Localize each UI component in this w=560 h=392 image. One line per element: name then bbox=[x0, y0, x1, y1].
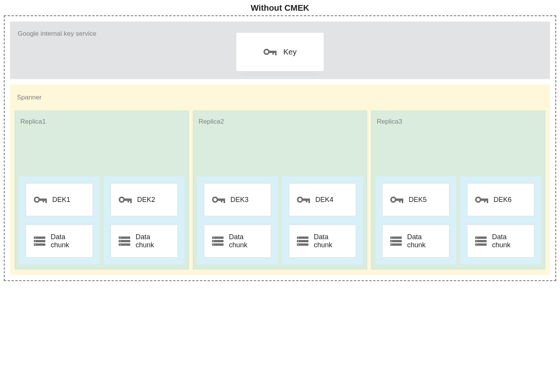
dek-label: DEK2 bbox=[137, 196, 155, 204]
data-chunk-label: Data chunk bbox=[136, 233, 170, 249]
chunk-row: DEK3 Data chunk DEK4 bbox=[197, 176, 363, 265]
key-card-stack-line bbox=[244, 75, 316, 75]
dek-card: DEK5 bbox=[382, 183, 449, 216]
dek-card: DEK1 bbox=[26, 183, 93, 216]
dek-label: DEK5 bbox=[409, 196, 427, 204]
dek-label: DEK6 bbox=[494, 196, 512, 204]
diagram-outer-box: Google internal key service Key Spanner bbox=[4, 15, 556, 281]
chunk-column: DEK4 Data chunk bbox=[282, 176, 363, 265]
spanner-label: Spanner bbox=[15, 92, 545, 111]
key-icon bbox=[390, 196, 403, 203]
key-card-wrap: Key bbox=[17, 32, 543, 75]
key-icon bbox=[297, 196, 310, 203]
key-card-stack-line bbox=[240, 73, 320, 73]
storage-icon bbox=[212, 237, 224, 246]
dek-label: DEK4 bbox=[315, 196, 333, 204]
dek-card: DEK4 bbox=[289, 183, 356, 216]
chunk-column: DEK6 Data chunk bbox=[460, 176, 541, 265]
diagram-root: Without CMEK Google internal key service… bbox=[0, 0, 560, 281]
replica-box: Replica1 DEK1 Data chunk bbox=[15, 111, 189, 270]
storage-icon bbox=[297, 237, 308, 246]
storage-icon bbox=[390, 237, 402, 246]
data-chunk-label: Data chunk bbox=[407, 233, 441, 249]
data-chunk-label: Data chunk bbox=[314, 233, 348, 249]
replica-label: Replica3 bbox=[375, 117, 541, 126]
dek-label: DEK3 bbox=[230, 196, 249, 204]
storage-icon bbox=[34, 237, 45, 246]
replica-label: Replica1 bbox=[19, 117, 185, 126]
replica-row: Replica1 DEK1 Data chunk bbox=[15, 111, 545, 270]
key-icon bbox=[119, 196, 132, 203]
replica-box: Replica3 DEK5 Data chunk bbox=[371, 111, 545, 270]
storage-icon bbox=[475, 237, 487, 246]
data-chunk-card: Data chunk bbox=[26, 225, 93, 258]
chunk-column: DEK3 Data chunk bbox=[197, 176, 278, 265]
data-chunk-label: Data chunk bbox=[51, 233, 85, 249]
data-chunk-label: Data chunk bbox=[229, 233, 263, 249]
key-icon bbox=[475, 196, 488, 203]
data-chunk-card: Data chunk bbox=[467, 225, 534, 258]
replica-label: Replica2 bbox=[197, 117, 363, 126]
key-card-label: Key bbox=[283, 48, 297, 56]
chunk-column: DEK2 Data chunk bbox=[104, 176, 185, 265]
dek-card: DEK3 bbox=[204, 183, 271, 216]
key-service-label: Google internal key service bbox=[18, 30, 96, 38]
replica-box: Replica2 DEK3 Data chunk bbox=[193, 111, 367, 270]
key-icon bbox=[263, 48, 277, 56]
key-service-block: Google internal key service Key bbox=[10, 22, 550, 79]
chunk-row: DEK5 Data chunk DEK6 bbox=[375, 176, 541, 265]
data-chunk-card: Data chunk bbox=[289, 225, 356, 258]
dek-label: DEK1 bbox=[52, 196, 70, 204]
key-card-stack: Key bbox=[236, 32, 324, 75]
data-chunk-card: Data chunk bbox=[204, 225, 271, 258]
key-card: Key bbox=[236, 32, 324, 71]
key-icon bbox=[212, 196, 225, 203]
chunk-column: DEK1 Data chunk bbox=[19, 176, 100, 265]
dek-card: DEK6 bbox=[467, 183, 534, 216]
dek-card: DEK2 bbox=[111, 183, 178, 216]
diagram-title: Without CMEK bbox=[0, 0, 560, 15]
key-icon bbox=[34, 196, 47, 203]
spanner-block: Spanner Replica1 DEK1 Data bbox=[10, 84, 550, 275]
data-chunk-card: Data chunk bbox=[111, 225, 178, 258]
data-chunk-card: Data chunk bbox=[382, 225, 449, 258]
data-chunk-label: Data chunk bbox=[492, 233, 526, 249]
chunk-column: DEK5 Data chunk bbox=[375, 176, 456, 265]
chunk-row: DEK1 Data chunk DEK2 bbox=[19, 176, 185, 265]
storage-icon bbox=[119, 237, 130, 246]
